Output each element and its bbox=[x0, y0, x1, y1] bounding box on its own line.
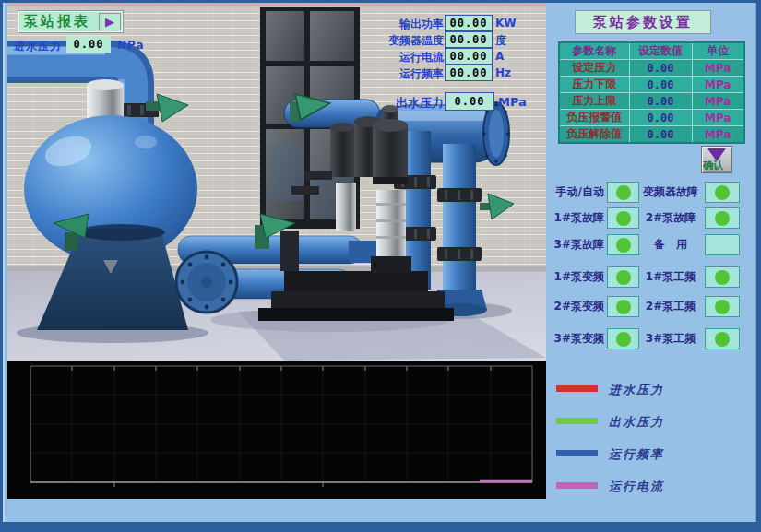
pump3-fault-label: 3#泵故障 bbox=[543, 237, 604, 253]
report-play-icon[interactable]: ▶ bbox=[99, 13, 121, 30]
pump1-mains-lamp bbox=[705, 266, 740, 288]
table-row: 压力上限 0.00 MPa bbox=[559, 93, 744, 110]
lamp-on-dot bbox=[616, 211, 631, 226]
legend-label-inlet-pressure: 进水压力 bbox=[609, 382, 664, 398]
report-button-label: 泵站报表 bbox=[18, 13, 90, 30]
table-row: 负压报警值 0.00 MPa bbox=[559, 110, 744, 126]
trend-chart-grid bbox=[7, 361, 546, 499]
param-name: 负压报警值 bbox=[559, 110, 629, 126]
param-name: 压力上限 bbox=[559, 93, 629, 110]
inverter-fault-lamp bbox=[705, 182, 740, 203]
param-value-field[interactable]: 0.00 bbox=[629, 110, 692, 126]
param-value-field[interactable]: 0.00 bbox=[629, 93, 692, 110]
param-value-field[interactable]: 0.00 bbox=[629, 60, 692, 77]
pump2-vfd-lamp bbox=[607, 296, 639, 317]
table-row: 设定压力 0.00 MPa bbox=[559, 60, 744, 77]
inverter-temp-value: 00.00 bbox=[445, 31, 493, 48]
output-power-unit: KW bbox=[495, 17, 517, 30]
inlet-pressure-value: 0.00 bbox=[66, 36, 111, 53]
legend-swatch-outlet-pressure bbox=[556, 418, 598, 424]
inverter-fault-label: 变频器故障 bbox=[639, 184, 702, 200]
run-current-value: 00.00 bbox=[445, 48, 493, 65]
parameter-table: 参数名称 设定数值 单位 设定压力 0.00 MPa 压力下限 0.00 MPa… bbox=[558, 41, 745, 144]
run-current-unit: A bbox=[495, 50, 504, 63]
pump1-fault-label: 1#泵故障 bbox=[543, 210, 604, 226]
pump3-vfd-label: 3#泵变频 bbox=[543, 331, 604, 347]
pump1-vfd-label: 1#泵变频 bbox=[543, 269, 604, 285]
inverter-temp-unit: 度 bbox=[495, 33, 506, 49]
confirm-button[interactable]: 确认 bbox=[701, 146, 732, 173]
lamp-on-dot bbox=[715, 300, 730, 314]
pump1-mains-label: 1#泵工频 bbox=[639, 269, 702, 285]
pump2-mains-lamp bbox=[705, 296, 740, 317]
param-unit: MPa bbox=[692, 93, 744, 110]
hmi-screen: 泵站报表 ▶ 进水压力 0.00 NPa 输出功率 变频器温度 运行电流 运行频… bbox=[0, 0, 761, 532]
manual-auto-lamp bbox=[607, 182, 639, 203]
inverter-temp-label: 变频器温度 bbox=[365, 33, 444, 49]
spare-label: 备 用 bbox=[639, 237, 702, 253]
outlet-pressure-unit: MPa bbox=[498, 95, 527, 109]
spare-lamp bbox=[705, 234, 740, 255]
pump1-fault-lamp bbox=[607, 207, 639, 229]
pump3-mains-label: 3#泵工频 bbox=[639, 331, 702, 347]
trend-chart bbox=[7, 361, 546, 499]
lamp-on-dot bbox=[715, 270, 730, 285]
param-unit: MPa bbox=[692, 60, 744, 77]
settings-panel-title: 泵站参数设置 bbox=[575, 10, 711, 34]
lamp-on-dot bbox=[616, 185, 631, 200]
col-param-name: 参数名称 bbox=[559, 42, 629, 60]
lamp-on-dot bbox=[616, 332, 631, 347]
wall-window bbox=[260, 7, 360, 229]
param-name: 压力下限 bbox=[559, 77, 629, 93]
run-frequency-value: 00.00 bbox=[445, 65, 493, 81]
table-row: 压力下限 0.00 MPa bbox=[559, 77, 744, 93]
outlet-pressure-label: 出水压力 bbox=[365, 95, 444, 112]
run-current-label: 运行电流 bbox=[365, 50, 444, 65]
pump2-mains-label: 2#泵工频 bbox=[639, 299, 702, 314]
legend-swatch-inlet-pressure bbox=[556, 385, 598, 392]
param-unit: MPa bbox=[692, 77, 744, 93]
param-name: 设定压力 bbox=[559, 60, 629, 77]
legend-swatch-run-frequency bbox=[556, 450, 598, 456]
output-power-label: 输出功率 bbox=[365, 17, 444, 32]
screen-background: 泵站报表 ▶ 进水压力 0.00 NPa 输出功率 变频器温度 运行电流 运行频… bbox=[3, 3, 756, 522]
lamp-on-dot bbox=[616, 300, 631, 314]
pump1-vfd-lamp bbox=[607, 266, 639, 288]
param-value-field[interactable]: 0.00 bbox=[629, 77, 692, 93]
confirm-button-label: 确认 bbox=[703, 159, 723, 172]
col-unit: 单位 bbox=[692, 42, 744, 60]
legend-label-outlet-pressure: 出水压力 bbox=[609, 414, 664, 431]
inlet-pressure-label: 进水压力 bbox=[14, 39, 62, 54]
manual-auto-label: 手动/自动 bbox=[543, 184, 604, 200]
lamp-on-dot bbox=[715, 211, 730, 226]
floor bbox=[7, 272, 546, 361]
outlet-pressure-value: 0.00 bbox=[445, 92, 494, 111]
table-row: 负压解除值 0.00 MPa bbox=[559, 126, 744, 144]
param-name: 负压解除值 bbox=[559, 126, 629, 144]
pump3-vfd-lamp bbox=[607, 328, 639, 349]
legend-swatch-run-current bbox=[556, 482, 598, 489]
lamp-on-dot bbox=[715, 332, 730, 347]
output-power-value: 00.00 bbox=[445, 15, 493, 31]
run-frequency-label: 运行频率 bbox=[365, 66, 444, 82]
param-value-field[interactable]: 0.00 bbox=[629, 126, 692, 144]
lamp-on-dot bbox=[715, 185, 730, 200]
pump3-fault-lamp bbox=[607, 234, 639, 255]
report-button[interactable]: 泵站报表 ▶ bbox=[18, 10, 124, 33]
inlet-pressure-unit: NPa bbox=[117, 39, 145, 52]
run-frequency-unit: Hz bbox=[495, 66, 511, 79]
pump2-fault-lamp bbox=[705, 207, 740, 229]
col-set-value: 设定数值 bbox=[629, 42, 692, 60]
param-unit: MPa bbox=[692, 126, 744, 144]
param-unit: MPa bbox=[692, 110, 744, 126]
lamp-on-dot bbox=[616, 238, 631, 253]
lamp-on-dot bbox=[616, 270, 631, 285]
pump2-vfd-label: 2#泵变频 bbox=[543, 299, 604, 314]
pump2-fault-label: 2#泵故障 bbox=[639, 210, 702, 226]
parameter-table-header: 参数名称 设定数值 单位 bbox=[559, 42, 744, 60]
pump3-mains-lamp bbox=[705, 328, 740, 349]
legend-label-run-current: 运行电流 bbox=[609, 479, 664, 495]
legend-label-run-frequency: 运行频率 bbox=[609, 446, 664, 463]
